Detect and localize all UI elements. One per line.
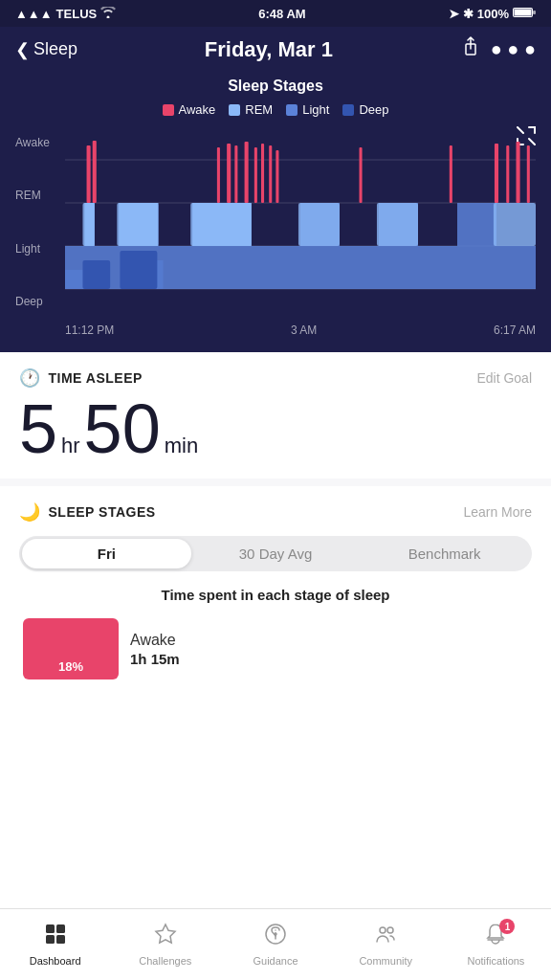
sleep-stages-card: 🌙 SLEEP STAGES Learn More Fri 30 Day Avg…	[0, 486, 551, 702]
status-left: ▲▲▲ TELUS	[15, 7, 116, 21]
svg-rect-17	[217, 147, 220, 203]
y-axis-labels: Awake REM Light Deep	[15, 136, 61, 308]
legend-deep: Deep	[342, 102, 388, 117]
tab-dashboard[interactable]: Dashboard	[0, 909, 110, 980]
guidance-label: Guidance	[253, 955, 298, 967]
tab-community[interactable]: Community	[331, 909, 441, 980]
svg-rect-34	[56, 924, 65, 933]
learn-more-button[interactable]: Learn More	[463, 504, 532, 520]
x-label-start: 11:12 PM	[65, 323, 114, 337]
back-chevron-icon: ❮	[15, 39, 30, 60]
community-label: Community	[359, 955, 412, 967]
svg-rect-3	[533, 11, 536, 14]
challenges-icon	[154, 923, 177, 951]
svg-rect-35	[46, 935, 55, 944]
svg-rect-20	[245, 142, 249, 203]
time-display: 5 hr 50 min	[19, 394, 532, 463]
svg-rect-19	[234, 145, 237, 203]
minutes-unit: min	[165, 434, 198, 458]
header-actions: ● ● ●	[460, 36, 536, 62]
svg-rect-15	[87, 145, 91, 203]
svg-rect-36	[56, 935, 65, 944]
battery-icon	[513, 7, 536, 21]
x-label-end: 6:17 AM	[494, 323, 536, 337]
sleep-chart-section: Sleep Stages Awake REM Light Deep Awake …	[0, 70, 551, 352]
sleep-stages-text: SLEEP STAGES	[49, 504, 156, 520]
carrier-label: TELUS	[56, 7, 98, 21]
svg-rect-21	[254, 147, 257, 203]
dashboard-icon	[44, 923, 67, 951]
svg-rect-29	[517, 142, 520, 203]
awake-pct: 18%	[58, 659, 83, 674]
svg-rect-30	[527, 145, 530, 203]
svg-rect-11	[190, 203, 252, 246]
stages-subtitle: Time spent in each stage of sleep	[19, 587, 532, 603]
svg-rect-31	[82, 260, 110, 289]
rem-dot	[229, 104, 240, 116]
legend-light: Light	[286, 102, 329, 117]
tab-benchmark[interactable]: Benchmark	[360, 539, 529, 568]
svg-rect-27	[495, 144, 498, 203]
svg-rect-13	[377, 203, 418, 246]
svg-rect-23	[269, 145, 272, 203]
share-button[interactable]	[460, 36, 481, 62]
tab-guidance[interactable]: Guidance	[220, 909, 330, 980]
tab-fri[interactable]: Fri	[22, 539, 191, 568]
svg-marker-37	[156, 924, 175, 943]
svg-rect-10	[117, 203, 158, 246]
svg-point-41	[387, 927, 393, 933]
minutes-value: 50	[84, 394, 161, 463]
svg-rect-33	[46, 924, 55, 933]
tab-challenges[interactable]: Challenges	[110, 909, 220, 980]
notifications-badge: 1	[499, 919, 515, 934]
awake-time: 1h 15m	[130, 651, 180, 667]
legend-rem: REM	[229, 102, 273, 117]
svg-rect-26	[450, 145, 452, 203]
page-header: ❮ Sleep Friday, Mar 1 ● ● ●	[0, 27, 551, 70]
chart-title: Sleep Stages	[15, 78, 536, 95]
edit-goal-button[interactable]: Edit Goal	[476, 370, 532, 386]
y-label-deep: Deep	[15, 295, 61, 308]
stages-tab-row: Fri 30 Day Avg Benchmark	[19, 536, 532, 571]
moon-icon: 🌙	[19, 501, 41, 523]
more-button[interactable]: ● ● ●	[491, 38, 536, 60]
wifi-icon	[100, 7, 116, 21]
chart-container: Awake REM Light Deep	[15, 126, 536, 337]
back-label: Sleep	[33, 39, 77, 59]
challenges-label: Challenges	[139, 955, 191, 967]
signal-icon: ▲▲▲	[15, 7, 53, 21]
svg-rect-28	[506, 145, 509, 203]
light-dot	[286, 104, 298, 116]
notifications-label: Notifications	[467, 955, 524, 967]
bluetooth-icon: ✱	[463, 7, 474, 21]
svg-rect-16	[93, 141, 97, 203]
status-right: ➤ ✱ 100%	[449, 7, 536, 21]
main-content: 🕐 TIME ASLEEP Edit Goal 5 hr 50 min 🌙 SL…	[0, 352, 551, 702]
awake-bar: 18%	[23, 618, 119, 679]
tab-notifications[interactable]: 1 Notifications	[441, 909, 551, 980]
light-label: Light	[302, 102, 329, 117]
awake-name: Awake	[130, 632, 180, 649]
dashboard-label: Dashboard	[30, 955, 81, 967]
sleep-stages-label: 🌙 SLEEP STAGES	[19, 501, 156, 523]
back-button[interactable]: ❮ Sleep	[15, 39, 77, 60]
tab-bar: Dashboard Challenges Guidance	[0, 908, 551, 980]
sleep-stages-header: 🌙 SLEEP STAGES Learn More	[19, 501, 532, 523]
awake-dot	[163, 104, 174, 116]
hours-value: 5	[19, 394, 57, 463]
page-title: Friday, Mar 1	[205, 37, 333, 62]
svg-rect-12	[298, 203, 340, 246]
time-asleep-header: 🕐 TIME ASLEEP Edit Goal	[19, 368, 532, 389]
tab-30day[interactable]: 30 Day Avg	[191, 539, 361, 568]
y-label-awake: Awake	[15, 136, 61, 149]
notifications-icon: 1	[484, 923, 507, 951]
svg-rect-18	[227, 144, 231, 203]
awake-label: Awake	[179, 102, 216, 117]
svg-rect-14	[494, 203, 536, 246]
community-icon	[374, 923, 397, 951]
y-label-light: Light	[15, 242, 61, 256]
status-time: 6:48 AM	[258, 7, 305, 21]
svg-point-40	[380, 927, 386, 933]
chart-svg-wrapper	[65, 136, 536, 308]
awake-info: Awake 1h 15m	[130, 632, 180, 667]
